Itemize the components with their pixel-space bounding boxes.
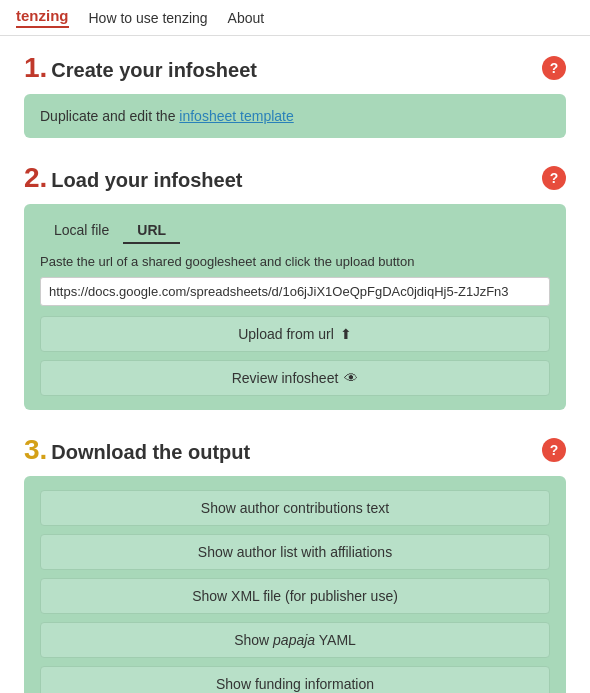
- contributions-label: Show author contributions text: [201, 500, 389, 516]
- step3-header: 3. Download the output ?: [24, 434, 566, 466]
- nav-link-about[interactable]: About: [228, 10, 265, 26]
- step2-help-button[interactable]: ?: [542, 166, 566, 190]
- nav-link-how-to[interactable]: How to use tenzing: [89, 10, 208, 26]
- step1-info-text: Duplicate and edit the: [40, 108, 179, 124]
- affiliations-label: Show author list with affiliations: [198, 544, 392, 560]
- show-contributions-button[interactable]: Show author contributions text: [40, 490, 550, 526]
- infosheet-template-link[interactable]: infosheet template: [179, 108, 293, 124]
- show-affiliations-button[interactable]: Show author list with affiliations: [40, 534, 550, 570]
- papaja-italic: papaja: [273, 632, 315, 648]
- step3-label: Download the output: [51, 441, 250, 464]
- upload-url-button[interactable]: Upload from url ⬆: [40, 316, 550, 352]
- step1-card: Duplicate and edit the infosheet templat…: [24, 94, 566, 138]
- step2-title: 2. Load your infosheet: [24, 162, 242, 194]
- step1-label: Create your infosheet: [51, 59, 257, 82]
- upload-btn-label: Upload from url: [238, 326, 334, 342]
- step1-title: 1. Create your infosheet: [24, 52, 257, 84]
- section-step3: 3. Download the output ? Show author con…: [24, 434, 566, 693]
- tab-url[interactable]: URL: [123, 218, 180, 244]
- review-btn-label: Review infosheet: [232, 370, 339, 386]
- step3-title: 3. Download the output: [24, 434, 250, 466]
- step3-card: Show author contributions text Show auth…: [24, 476, 566, 693]
- step1-help-button[interactable]: ?: [542, 56, 566, 80]
- step3-number: 3.: [24, 434, 47, 466]
- section-step2: 2. Load your infosheet ? Local file URL …: [24, 162, 566, 410]
- show-xml-button[interactable]: Show XML file (for publisher use): [40, 578, 550, 614]
- step3-help-button[interactable]: ?: [542, 438, 566, 462]
- show-funding-button[interactable]: Show funding information: [40, 666, 550, 693]
- tab-description: Paste the url of a shared googlesheet an…: [40, 254, 550, 269]
- review-infosheet-button[interactable]: Review infosheet 👁: [40, 360, 550, 396]
- step2-number: 2.: [24, 162, 47, 194]
- show-papaja-button[interactable]: Show papaja YAML: [40, 622, 550, 658]
- tab-group: Local file URL: [40, 218, 550, 244]
- section-step1: 1. Create your infosheet ? Duplicate and…: [24, 52, 566, 138]
- funding-label: Show funding information: [216, 676, 374, 692]
- eye-icon: 👁: [344, 370, 358, 386]
- step2-header: 2. Load your infosheet ?: [24, 162, 566, 194]
- upload-icon: ⬆: [340, 326, 352, 342]
- step2-label: Load your infosheet: [51, 169, 242, 192]
- step2-card: Local file URL Paste the url of a shared…: [24, 204, 566, 410]
- main-content: 1. Create your infosheet ? Duplicate and…: [0, 36, 590, 693]
- tab-local-file[interactable]: Local file: [40, 218, 123, 244]
- step1-info: Duplicate and edit the infosheet templat…: [40, 108, 550, 124]
- url-input[interactable]: [40, 277, 550, 306]
- step1-number: 1.: [24, 52, 47, 84]
- navbar: tenzing How to use tenzing About: [0, 0, 590, 36]
- xml-label: Show XML file (for publisher use): [192, 588, 398, 604]
- step1-header: 1. Create your infosheet ?: [24, 52, 566, 84]
- nav-brand[interactable]: tenzing: [16, 7, 69, 28]
